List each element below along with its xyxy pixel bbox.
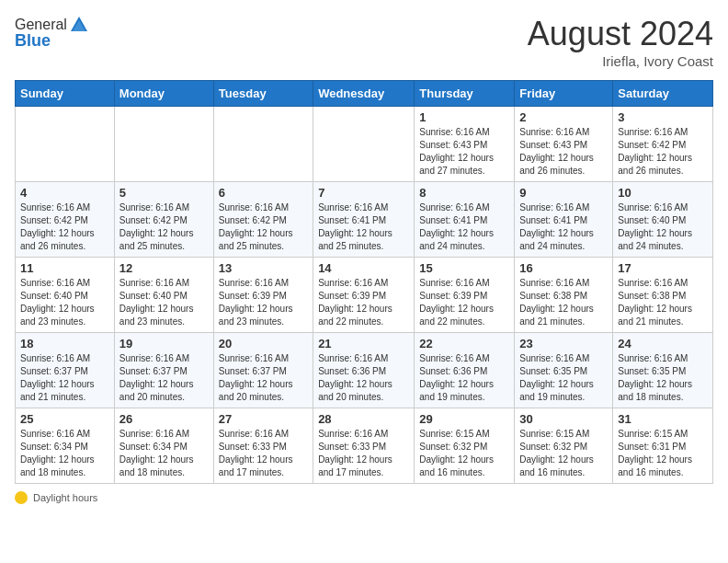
weekday-header-sunday: Sunday bbox=[16, 81, 115, 107]
calendar-cell: 14Sunrise: 6:16 AMSunset: 6:39 PMDayligh… bbox=[313, 258, 415, 333]
day-number: 28 bbox=[318, 412, 409, 426]
day-info: Sunrise: 6:16 AMSunset: 6:42 PMDaylight:… bbox=[119, 201, 209, 253]
day-info: Sunrise: 6:16 AMSunset: 6:41 PMDaylight:… bbox=[318, 201, 409, 253]
day-number: 6 bbox=[219, 186, 308, 200]
weekday-header-thursday: Thursday bbox=[415, 81, 515, 107]
day-info: Sunrise: 6:16 AMSunset: 6:40 PMDaylight:… bbox=[20, 277, 109, 328]
calendar-cell bbox=[114, 107, 213, 182]
day-number: 7 bbox=[318, 186, 409, 200]
calendar-cell: 10Sunrise: 6:16 AMSunset: 6:40 PMDayligh… bbox=[613, 182, 713, 258]
day-info: Sunrise: 6:16 AMSunset: 6:42 PMDaylight:… bbox=[20, 201, 109, 253]
week-row-4: 18Sunrise: 6:16 AMSunset: 6:37 PMDayligh… bbox=[16, 333, 713, 408]
calendar-subtitle: Iriefla, Ivory Coast bbox=[528, 53, 713, 69]
day-info: Sunrise: 6:16 AMSunset: 6:42 PMDaylight:… bbox=[618, 126, 708, 178]
calendar-cell: 23Sunrise: 6:16 AMSunset: 6:35 PMDayligh… bbox=[515, 333, 613, 408]
day-number: 5 bbox=[119, 186, 209, 200]
day-number: 11 bbox=[20, 261, 109, 275]
title-block: August 2024 Iriefla, Ivory Coast bbox=[528, 15, 713, 69]
footer-note: Daylight hours bbox=[15, 491, 713, 504]
day-number: 26 bbox=[119, 412, 209, 426]
calendar-title: August 2024 bbox=[528, 15, 713, 53]
week-row-3: 11Sunrise: 6:16 AMSunset: 6:40 PMDayligh… bbox=[16, 258, 713, 333]
calendar-cell bbox=[213, 107, 313, 182]
calendar-cell: 28Sunrise: 6:16 AMSunset: 6:33 PMDayligh… bbox=[313, 408, 415, 484]
calendar-cell: 5Sunrise: 6:16 AMSunset: 6:42 PMDaylight… bbox=[114, 182, 213, 258]
calendar-cell: 2Sunrise: 6:16 AMSunset: 6:43 PMDaylight… bbox=[515, 107, 613, 182]
day-info: Sunrise: 6:15 AMSunset: 6:32 PMDaylight:… bbox=[419, 428, 509, 479]
day-info: Sunrise: 6:16 AMSunset: 6:35 PMDaylight:… bbox=[618, 352, 708, 404]
weekday-header-tuesday: Tuesday bbox=[213, 81, 313, 107]
day-info: Sunrise: 6:15 AMSunset: 6:31 PMDaylight:… bbox=[618, 428, 708, 479]
day-number: 13 bbox=[219, 261, 308, 275]
day-info: Sunrise: 6:16 AMSunset: 6:38 PMDaylight:… bbox=[519, 277, 608, 328]
day-number: 27 bbox=[219, 412, 308, 426]
calendar-cell: 24Sunrise: 6:16 AMSunset: 6:35 PMDayligh… bbox=[613, 333, 713, 408]
day-info: Sunrise: 6:16 AMSunset: 6:40 PMDaylight:… bbox=[618, 201, 708, 253]
day-info: Sunrise: 6:16 AMSunset: 6:36 PMDaylight:… bbox=[419, 352, 509, 404]
logo-icon bbox=[69, 15, 89, 35]
week-row-5: 25Sunrise: 6:16 AMSunset: 6:34 PMDayligh… bbox=[16, 408, 713, 484]
day-info: Sunrise: 6:16 AMSunset: 6:35 PMDaylight:… bbox=[519, 352, 608, 404]
weekday-header-row: SundayMondayTuesdayWednesdayThursdayFrid… bbox=[16, 81, 713, 107]
day-info: Sunrise: 6:15 AMSunset: 6:32 PMDaylight:… bbox=[519, 428, 608, 479]
calendar-cell: 15Sunrise: 6:16 AMSunset: 6:39 PMDayligh… bbox=[415, 258, 515, 333]
calendar-cell: 25Sunrise: 6:16 AMSunset: 6:34 PMDayligh… bbox=[16, 408, 115, 484]
day-number: 16 bbox=[519, 261, 608, 275]
day-number: 22 bbox=[419, 337, 509, 350]
calendar-cell: 8Sunrise: 6:16 AMSunset: 6:41 PMDaylight… bbox=[415, 182, 515, 258]
weekday-header-saturday: Saturday bbox=[613, 81, 713, 107]
day-info: Sunrise: 6:16 AMSunset: 6:34 PMDaylight:… bbox=[119, 428, 209, 479]
week-row-2: 4Sunrise: 6:16 AMSunset: 6:42 PMDaylight… bbox=[16, 182, 713, 258]
day-number: 19 bbox=[119, 337, 209, 350]
footer-label: Daylight hours bbox=[33, 492, 97, 503]
week-row-1: 1Sunrise: 6:16 AMSunset: 6:43 PMDaylight… bbox=[16, 107, 713, 182]
day-info: Sunrise: 6:16 AMSunset: 6:33 PMDaylight:… bbox=[219, 428, 308, 479]
day-number: 1 bbox=[419, 110, 509, 124]
day-number: 12 bbox=[119, 261, 209, 275]
calendar-cell: 12Sunrise: 6:16 AMSunset: 6:40 PMDayligh… bbox=[114, 258, 213, 333]
day-info: Sunrise: 6:16 AMSunset: 6:40 PMDaylight:… bbox=[119, 277, 209, 328]
day-info: Sunrise: 6:16 AMSunset: 6:39 PMDaylight:… bbox=[318, 277, 409, 328]
calendar-cell: 29Sunrise: 6:15 AMSunset: 6:32 PMDayligh… bbox=[415, 408, 515, 484]
calendar-cell: 27Sunrise: 6:16 AMSunset: 6:33 PMDayligh… bbox=[213, 408, 313, 484]
day-number: 21 bbox=[318, 337, 409, 350]
day-number: 3 bbox=[618, 110, 708, 124]
calendar-cell: 20Sunrise: 6:16 AMSunset: 6:37 PMDayligh… bbox=[213, 333, 313, 408]
sun-icon bbox=[15, 491, 28, 504]
calendar-cell bbox=[16, 107, 115, 182]
calendar-cell: 13Sunrise: 6:16 AMSunset: 6:39 PMDayligh… bbox=[213, 258, 313, 333]
day-number: 9 bbox=[519, 186, 608, 200]
calendar-cell: 19Sunrise: 6:16 AMSunset: 6:37 PMDayligh… bbox=[114, 333, 213, 408]
calendar-cell: 30Sunrise: 6:15 AMSunset: 6:32 PMDayligh… bbox=[515, 408, 613, 484]
day-info: Sunrise: 6:16 AMSunset: 6:34 PMDaylight:… bbox=[20, 428, 109, 479]
calendar-cell: 1Sunrise: 6:16 AMSunset: 6:43 PMDaylight… bbox=[415, 107, 515, 182]
day-info: Sunrise: 6:16 AMSunset: 6:33 PMDaylight:… bbox=[318, 428, 409, 479]
day-info: Sunrise: 6:16 AMSunset: 6:41 PMDaylight:… bbox=[419, 201, 509, 253]
day-info: Sunrise: 6:16 AMSunset: 6:37 PMDaylight:… bbox=[219, 352, 308, 404]
calendar-cell: 22Sunrise: 6:16 AMSunset: 6:36 PMDayligh… bbox=[415, 333, 515, 408]
day-number: 20 bbox=[219, 337, 308, 350]
day-number: 31 bbox=[618, 412, 708, 426]
day-info: Sunrise: 6:16 AMSunset: 6:41 PMDaylight:… bbox=[519, 201, 608, 253]
day-info: Sunrise: 6:16 AMSunset: 6:37 PMDaylight:… bbox=[119, 352, 209, 404]
day-number: 2 bbox=[519, 110, 608, 124]
calendar-cell: 31Sunrise: 6:15 AMSunset: 6:31 PMDayligh… bbox=[613, 408, 713, 484]
logo: General Blue bbox=[15, 15, 89, 51]
calendar-cell: 26Sunrise: 6:16 AMSunset: 6:34 PMDayligh… bbox=[114, 408, 213, 484]
calendar-cell: 17Sunrise: 6:16 AMSunset: 6:38 PMDayligh… bbox=[613, 258, 713, 333]
calendar-cell: 3Sunrise: 6:16 AMSunset: 6:42 PMDaylight… bbox=[613, 107, 713, 182]
day-number: 30 bbox=[519, 412, 608, 426]
header: General Blue August 2024 Iriefla, Ivory … bbox=[15, 15, 713, 69]
calendar-cell: 7Sunrise: 6:16 AMSunset: 6:41 PMDaylight… bbox=[313, 182, 415, 258]
calendar-cell: 11Sunrise: 6:16 AMSunset: 6:40 PMDayligh… bbox=[16, 258, 115, 333]
weekday-header-friday: Friday bbox=[515, 81, 613, 107]
day-number: 10 bbox=[618, 186, 708, 200]
day-info: Sunrise: 6:16 AMSunset: 6:39 PMDaylight:… bbox=[219, 277, 308, 328]
day-number: 4 bbox=[20, 186, 109, 200]
day-info: Sunrise: 6:16 AMSunset: 6:37 PMDaylight:… bbox=[20, 352, 109, 404]
day-number: 15 bbox=[419, 261, 509, 275]
day-info: Sunrise: 6:16 AMSunset: 6:43 PMDaylight:… bbox=[419, 126, 509, 178]
calendar-table: SundayMondayTuesdayWednesdayThursdayFrid… bbox=[15, 80, 713, 484]
day-info: Sunrise: 6:16 AMSunset: 6:38 PMDaylight:… bbox=[618, 277, 708, 328]
calendar-cell: 4Sunrise: 6:16 AMSunset: 6:42 PMDaylight… bbox=[16, 182, 115, 258]
